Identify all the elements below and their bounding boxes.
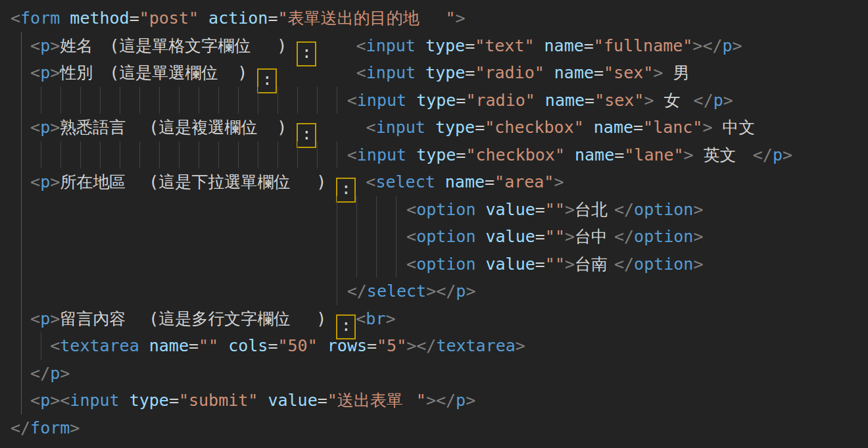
code-token: 所在地區 <box>60 168 139 196</box>
code-token <box>11 36 30 55</box>
code-token: > <box>60 364 70 383</box>
code-editor-area[interactable]: <form method="post" action="表單送出的目的地"> <… <box>0 0 868 448</box>
code-token: > <box>50 36 60 55</box>
code-token: name <box>149 336 189 355</box>
code-token <box>475 227 485 246</box>
code-token: input <box>366 36 416 55</box>
code-token: "sex" <box>604 63 653 82</box>
code-token: p <box>456 282 466 301</box>
code-token: </ <box>694 91 713 110</box>
code-token: 男 <box>673 59 692 87</box>
code-line[interactable]: <input type="checkbox" name="lane"> 英文 <… <box>11 141 868 169</box>
code-line[interactable]: <p>性別(這是單選欄位): <input type="radio" name=… <box>11 59 868 87</box>
code-line[interactable]: <p>留言內容(這是多行文字欄位):<br> <box>11 305 868 333</box>
code-token: p <box>40 172 50 191</box>
code-token: </ <box>753 145 773 164</box>
code-token: p <box>713 91 723 110</box>
code-token: "area" <box>494 172 554 191</box>
code-token: br <box>366 309 385 328</box>
code-token: = <box>535 200 545 219</box>
code-token: "50" <box>278 336 318 355</box>
code-line[interactable]: <option value="">台北</option> <box>11 196 868 224</box>
code-line[interactable]: <textarea name="" cols="50" rows="5"></t… <box>11 332 868 360</box>
code-token: > <box>693 255 703 274</box>
code-token: textarea <box>436 336 515 355</box>
code-token: < <box>366 172 375 191</box>
code-token <box>535 91 545 110</box>
code-token: = <box>130 9 139 28</box>
code-token: </ <box>614 255 634 274</box>
code-line[interactable]: <p><input type="submit" value="送出表單"></p… <box>11 387 868 414</box>
code-token: 這是下拉選單欄位 <box>158 168 316 196</box>
code-line[interactable]: <option value="">台中</option> <box>11 223 868 251</box>
code-token: "post" <box>139 9 199 28</box>
code-token: = <box>268 9 277 28</box>
code-token: value <box>486 227 535 246</box>
code-token: p <box>456 391 466 410</box>
code-token: "" <box>545 200 565 219</box>
code-token: < <box>366 118 376 137</box>
code-token: type <box>425 63 465 82</box>
code-token: > <box>50 63 60 82</box>
code-line[interactable]: <p>姓名(這是單格文字欄位): <input type="text" name… <box>11 32 868 60</box>
code-line[interactable]: <input type="radio" name="sex"> 女 </p> <box>11 87 868 114</box>
code-token <box>712 118 722 137</box>
code-token: 台南 <box>575 251 614 278</box>
code-token: p <box>40 63 50 82</box>
code-token: </ <box>30 364 50 383</box>
code-token: 女 <box>664 87 684 114</box>
code-line[interactable]: </select></p> <box>11 278 868 305</box>
code-line[interactable]: </form> <box>11 414 868 442</box>
code-token: "radio" <box>466 91 535 110</box>
code-token <box>684 91 694 110</box>
code-token: action <box>208 9 268 28</box>
code-token <box>120 391 130 410</box>
code-token: < <box>356 63 366 82</box>
code-token <box>416 63 425 82</box>
code-token <box>475 200 485 219</box>
code-token <box>406 145 416 164</box>
code-token: " <box>416 391 426 410</box>
code-token: = <box>367 336 377 355</box>
code-line[interactable]: <form method="post" action="表單送出的目的地"> <box>11 5 868 32</box>
code-token: > <box>50 309 60 328</box>
code-token: "lanc" <box>643 118 702 137</box>
code-token <box>11 172 30 191</box>
code-token: ) <box>237 59 257 87</box>
code-token: ( <box>139 114 158 141</box>
code-token: </ <box>614 200 634 219</box>
code-token: name <box>545 91 585 110</box>
code-token: "checkbox" <box>485 118 584 137</box>
code-line[interactable]: <option value="">台南</option> <box>11 251 868 278</box>
code-token: </ <box>702 36 722 55</box>
code-token <box>565 145 575 164</box>
code-token <box>743 145 753 164</box>
code-token: > <box>385 309 395 328</box>
code-token: p <box>723 36 733 55</box>
code-token <box>435 172 445 191</box>
code-token: = <box>465 36 475 55</box>
code-token <box>11 255 406 274</box>
code-token: select <box>367 282 426 301</box>
code-token: option <box>634 227 693 246</box>
code-token: input <box>70 391 119 410</box>
code-token: 台中 <box>575 223 614 251</box>
code-token: 英文 <box>704 141 743 169</box>
code-line[interactable]: <p>所在地區(這是下拉選單欄位): <select name="area"> <box>11 168 868 196</box>
code-line[interactable]: </p> <box>11 360 868 387</box>
code-token: ) <box>316 305 336 333</box>
code-token: > <box>426 391 436 410</box>
code-token: = <box>633 118 643 137</box>
code-token: = <box>594 63 604 82</box>
code-token: ( <box>99 59 119 87</box>
code-token: > <box>406 336 416 355</box>
code-token: "submit" <box>179 391 258 410</box>
code-token: 留言內容 <box>60 305 139 333</box>
code-token: = <box>465 63 475 82</box>
code-token: form <box>30 418 70 437</box>
code-token: > <box>565 227 575 246</box>
code-token: 台北 <box>575 196 614 224</box>
code-token: "" <box>545 227 565 246</box>
code-token: = <box>585 91 594 110</box>
code-line[interactable]: <p>熟悉語言(這是複選欄位): <input type="checkbox" … <box>11 114 868 141</box>
